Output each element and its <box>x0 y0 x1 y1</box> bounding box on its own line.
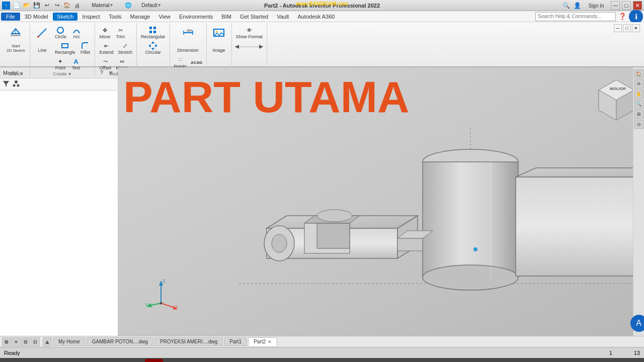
stretch-button[interactable]: ⤢ Stretch <box>116 41 134 56</box>
home-button[interactable]: 🏠 <box>62 1 71 10</box>
svg-point-33 <box>272 234 287 252</box>
start-button[interactable] <box>4 359 22 362</box>
taskbar-taskview[interactable]: ⊞ <box>44 359 62 362</box>
info-center-logo[interactable]: ℹ <box>629 10 643 24</box>
svg-rect-6 <box>62 44 68 48</box>
close-panel-button[interactable]: ✕ <box>632 24 640 32</box>
split-h-button[interactable]: ⊟ <box>21 337 30 346</box>
menu-file[interactable]: File <box>1 13 20 21</box>
fillet-button[interactable]: Fillet <box>77 41 93 56</box>
menu-tools[interactable]: Tools <box>105 13 126 21</box>
image-button[interactable]: Image <box>209 25 229 54</box>
create-dropdown[interactable]: ▼ <box>68 72 72 76</box>
tab-part2-close[interactable]: ✕ <box>268 339 272 344</box>
taskbar-record[interactable]: ⏺ <box>165 359 183 362</box>
viewcube[interactable]: MOLIOR <box>594 77 634 118</box>
trim-icon: ✂ <box>116 26 124 34</box>
menu-bim[interactable]: BIM <box>217 13 235 21</box>
rectangle-button[interactable]: Rectangle <box>53 41 77 56</box>
start-sketch-button[interactable]: Start2D Sketch <box>4 25 28 54</box>
menu-3dmodel[interactable]: 3D Model <box>21 13 52 21</box>
tab-proyeksi[interactable]: PROYEKSI AMERI....dwg <box>154 337 223 346</box>
points-icon: ∷ <box>176 56 184 64</box>
show-format-toggle[interactable]: 👁 Show Format <box>234 25 265 40</box>
search-input[interactable] <box>535 12 616 21</box>
user-icon[interactable]: 👤 <box>573 1 582 10</box>
nav-other1[interactable]: ◎ <box>634 120 643 129</box>
material-dropdown[interactable]: Material ▼ <box>83 1 123 10</box>
point-label: Point <box>55 65 66 70</box>
assembly-icon[interactable] <box>12 79 20 89</box>
new-button[interactable]: 📄 <box>12 1 21 10</box>
help-icon[interactable]: ❓ <box>618 12 627 21</box>
redo-button[interactable]: ↪ <box>52 1 61 10</box>
constrain-group-buttons: dim Dimension ∷ Points ACAD <box>172 24 204 71</box>
extend-button[interactable]: ⇤ Extend <box>97 41 115 56</box>
acad-button[interactable]: ACAD <box>189 57 204 67</box>
menu-getstarted[interactable]: Get Started <box>236 13 272 21</box>
menu-inspect[interactable]: Inspect <box>78 13 104 21</box>
tab-part2[interactable]: Part2 ✕ <box>248 337 277 346</box>
split-v-button[interactable]: ⊡ <box>31 337 40 346</box>
expand-button[interactable]: ▲ <box>43 337 52 346</box>
orbit-btn[interactable]: ⟳ <box>634 79 643 88</box>
taskbar-search[interactable]: 🔍 <box>24 359 42 362</box>
expand-ribbon-button[interactable]: □ <box>623 24 631 32</box>
undo-button[interactable]: ↩ <box>42 1 51 10</box>
svg-point-28 <box>17 84 20 87</box>
table-view-button[interactable]: ≡ <box>12 337 21 346</box>
taskbar-explorer[interactable] <box>64 359 83 362</box>
svg-point-13 <box>155 45 157 47</box>
taskbar-app3[interactable] <box>145 359 163 362</box>
view-home-btn[interactable]: 🏠 <box>634 69 643 78</box>
minimize-button[interactable]: ─ <box>611 1 620 10</box>
taskbar-app2[interactable]: IC <box>125 359 143 362</box>
taskbar-edge[interactable] <box>85 359 103 362</box>
line-button[interactable]: Line <box>32 25 52 54</box>
svg-point-21 <box>216 31 218 33</box>
tab-myhome[interactable]: My Home <box>53 337 86 346</box>
menu-manage[interactable]: Manage <box>126 13 154 21</box>
viewport[interactable]: PART UTAMA <box>118 67 644 336</box>
titlebar-actions: 🔍 👤 Sign In ─ □ ✕ <box>561 1 642 10</box>
svg-point-4 <box>37 36 39 38</box>
tab-myhome-label: My Home <box>58 339 80 344</box>
arc-button[interactable]: Arc <box>69 25 84 40</box>
menu-a360[interactable]: Autodesk A360 <box>293 13 339 21</box>
save-button[interactable]: 💾 <box>32 1 41 10</box>
svg-point-34 <box>317 210 352 222</box>
circular-button[interactable]: Circular <box>139 41 168 56</box>
grid-view-button[interactable]: ⊞ <box>2 337 11 346</box>
line-label: Line <box>38 48 46 53</box>
print-button[interactable]: 🖨 <box>72 1 82 10</box>
svg-point-15 <box>149 45 151 47</box>
signin-button[interactable]: Sign In <box>584 1 609 10</box>
restore-button[interactable]: □ <box>622 1 631 10</box>
pan-btn[interactable]: ✋ <box>634 89 643 99</box>
status-text: Ready <box>4 350 20 356</box>
rectangular-button[interactable]: Rectangular <box>139 25 168 40</box>
zoom-btn[interactable]: 🔍 <box>634 100 643 109</box>
close-button[interactable]: ✕ <box>633 1 642 10</box>
taskbar-app4[interactable] <box>185 359 203 362</box>
menu-view[interactable]: View <box>154 13 175 21</box>
menu-vault[interactable]: Vault <box>273 13 293 21</box>
filter-icon[interactable] <box>2 79 10 89</box>
text-button[interactable]: A Text <box>68 56 84 71</box>
dimension-button[interactable]: dim Dimension <box>172 25 204 54</box>
tab-gambar[interactable]: GAMBAR POTON....dwg <box>87 337 153 346</box>
taskbar-app1[interactable] <box>105 359 123 362</box>
point-button[interactable]: ✦ Point <box>53 56 68 71</box>
default-dropdown[interactable]: Default▼ <box>134 1 169 10</box>
trim-button[interactable]: ✂ Trim <box>113 25 128 40</box>
move-button[interactable]: ✥ Move <box>97 25 112 40</box>
minimize-ribbon-button[interactable]: ─ <box>614 24 622 32</box>
tab-part1[interactable]: Part1 <box>224 337 247 346</box>
offset-button[interactable]: ⤳ Offset <box>97 56 113 71</box>
menu-sketch[interactable]: Sketch <box>53 13 78 21</box>
help-search-icon[interactable]: 🔍 <box>561 1 571 10</box>
menu-environments[interactable]: Environments <box>175 13 217 21</box>
circle-button[interactable]: Circle <box>53 25 68 40</box>
zoom-all-btn[interactable]: ⊞ <box>634 110 643 119</box>
open-button[interactable]: 📂 <box>22 1 31 10</box>
